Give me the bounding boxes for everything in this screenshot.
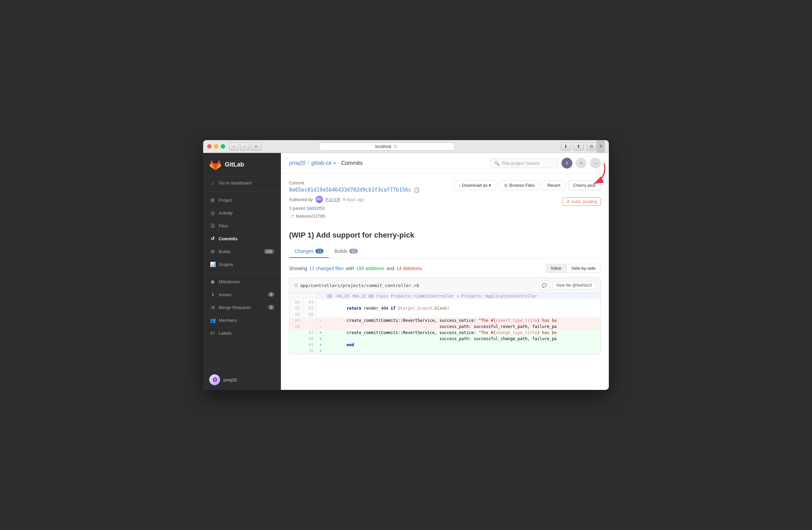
revert-button[interactable]: Revert xyxy=(542,180,565,190)
side-by-side-view-button[interactable]: Side-by-side xyxy=(566,264,601,273)
diff-marker xyxy=(316,311,324,318)
diff-line-num-new: ... xyxy=(303,293,316,299)
sidebar-item-commits[interactable]: ↺ Commits xyxy=(203,232,281,245)
tab-builds[interactable]: Builds 15 xyxy=(329,245,363,258)
url-text: localhost xyxy=(375,144,391,149)
breadcrumb-separator-1: / xyxy=(308,160,309,166)
diff-line-num-old xyxy=(289,348,303,354)
diff-marker xyxy=(316,299,324,305)
table-row: 65 65 return render_404 if @target_branc… xyxy=(289,305,600,311)
search-box[interactable]: 🔍 This project Search xyxy=(491,159,558,168)
share-icon-button[interactable]: ⬆ xyxy=(574,142,584,151)
table-row: 69 + end xyxy=(289,342,600,348)
forward-button[interactable]: › xyxy=(240,142,249,151)
diff-stats-changed[interactable]: 11 changed files xyxy=(309,266,344,271)
notification-button[interactable]: 0 xyxy=(562,158,572,169)
tab-button[interactable]: ⊡ xyxy=(251,142,262,151)
diff-table: ... ... @@ -64,23 +64,32 @@ class Projec… xyxy=(289,293,600,354)
commits-icon: ↺ xyxy=(210,236,215,241)
download-icon-button[interactable]: ⬇ xyxy=(561,142,571,151)
inline-view-button[interactable]: Inline xyxy=(546,264,566,273)
copy-hash-icon[interactable]: 📋 xyxy=(414,187,420,193)
add-comment-button[interactable]: 💬 xyxy=(539,281,549,290)
commit-time: 9 days ago xyxy=(343,197,364,202)
tab-changes[interactable]: Changes 11 xyxy=(289,245,329,258)
nav-buttons: ‹ › ⊡ xyxy=(229,142,262,151)
file-diff-header: ☰ app/controllers/projects/commit_contro… xyxy=(289,278,600,293)
diff-code: create_commit(Commits::RevertService, su… xyxy=(324,318,600,323)
sidebar-item-label-issues: Issues xyxy=(219,292,232,297)
diff-line-num-old xyxy=(289,342,303,348)
sidebar-divider-1 xyxy=(203,191,281,192)
user-avatar-pattern: ✿ xyxy=(212,376,217,383)
commit-actions-container: ↓ Download as ▾ ⊙ Browse Files Revert Ch… xyxy=(454,180,601,194)
tab-builds-label: Builds xyxy=(334,248,347,254)
sidebar-logo: GitLab xyxy=(203,153,281,176)
diff-marker xyxy=(316,305,324,311)
commit-title: (WIP 1) Add support for cherry-pick xyxy=(289,231,601,240)
dashboard-icon: ⌂ xyxy=(210,180,215,185)
breadcrumb-dropdown-icon[interactable]: ▾ xyxy=(334,161,336,166)
sidebar-item-labels[interactable]: 🏷 Labels xyxy=(203,326,281,339)
add-button[interactable]: + xyxy=(576,158,586,169)
sidebar-item-issues[interactable]: ℹ Issues 0 xyxy=(203,288,281,301)
sidebar-item-files[interactable]: ☰ Files xyxy=(203,219,281,232)
window-icon-button[interactable]: ⧉ xyxy=(586,142,597,151)
diff-stats-deletions: 14 deletions xyxy=(396,266,422,271)
tab-changes-label: Changes xyxy=(294,248,314,254)
browse-files-label: Browse Files xyxy=(509,183,535,188)
sidebar-item-label-activity: Activity xyxy=(219,210,233,215)
sidebar-item-builds[interactable]: ⚙ Builds 132 xyxy=(203,245,281,258)
new-tab-button[interactable]: + xyxy=(597,140,605,153)
diff-view-buttons: Inline Side-by-side xyxy=(546,264,601,273)
commit-hash-link[interactable]: 8e65ec01d19a5b46433d702d9cb1f3caf77b156c xyxy=(289,187,411,193)
breadcrumb-repo-link[interactable]: gitlab-ce xyxy=(311,160,331,166)
file-diff: ☰ app/controllers/projects/commit_contro… xyxy=(289,278,601,354)
sidebar-item-activity[interactable]: ◎ Activity xyxy=(203,207,281,219)
tab-changes-badge: 11 xyxy=(315,249,323,253)
breadcrumb-separator-2: · xyxy=(338,160,339,166)
diff-line-num-old: 64 xyxy=(289,299,303,305)
sidebar-item-milestones[interactable]: ◉ Milestones xyxy=(203,275,281,288)
file-path: ☰ app/controllers/projects/commit_contro… xyxy=(294,283,419,288)
sidebar-item-label-labels: Labels xyxy=(219,331,232,336)
diff-code: return render_404 if @target_branch.blan… xyxy=(324,305,600,311)
files-icon: ☰ xyxy=(210,223,215,228)
table-row: 70 + xyxy=(289,348,600,354)
minimize-button[interactable] xyxy=(214,144,218,149)
graphs-icon: 📊 xyxy=(210,262,215,267)
builds-badge: 132 xyxy=(264,249,274,254)
diff-line-num-new: 68 xyxy=(303,336,316,342)
address-bar[interactable]: localhost ↻ xyxy=(319,142,454,151)
view-file-button[interactable]: View file @8e65ec0 xyxy=(552,281,596,289)
refresh-icon: ↻ xyxy=(394,144,398,149)
sidebar-item-members[interactable]: 👥 Members xyxy=(203,314,281,326)
activity-icon: ◎ xyxy=(210,210,215,215)
sidebar-item-graphs[interactable]: 📊 Graphs xyxy=(203,258,281,271)
browser-window: ‹ › ⊡ localhost ↻ ⬇ ⬆ ⧉ + xyxy=(203,140,609,390)
browse-files-button[interactable]: ⊙ Browse Files xyxy=(499,180,539,190)
sign-out-button[interactable]: → xyxy=(590,158,601,169)
sidebar: GitLab ⌂ Go to dashboard ⊞ Project ◎ Act… xyxy=(203,153,281,390)
back-button[interactable]: ‹ xyxy=(229,142,239,151)
cherry-pick-button[interactable]: Cherry-pick xyxy=(568,180,601,190)
breadcrumb-owner-link[interactable]: pmq20 xyxy=(289,160,306,166)
user-avatar: ✿ xyxy=(209,374,220,385)
sidebar-item-merge-requests[interactable]: ⇉ Merge Requests 0 xyxy=(203,301,281,314)
commit-hash-row: 8e65ec01d19a5b46433d702d9cb1f3caf77b156c… xyxy=(289,187,420,193)
author-name-link[interactable]: P.S.V.R xyxy=(325,197,340,202)
maximize-button[interactable] xyxy=(221,144,225,149)
builds-icon: ⚙ xyxy=(210,249,215,254)
parent-hash-link[interactable]: 3dd91f55 xyxy=(306,206,324,211)
diff-line-num-old xyxy=(289,330,303,336)
file-icon: ☰ xyxy=(294,283,298,288)
diff-line-num-new: 64 xyxy=(303,299,316,305)
close-button[interactable] xyxy=(207,144,212,149)
diff-marker xyxy=(316,293,324,299)
sidebar-item-project[interactable]: ⊞ Project xyxy=(203,194,281,207)
diff-code xyxy=(324,299,600,305)
sidebar-item-dashboard[interactable]: ⌂ Go to dashboard xyxy=(203,176,281,189)
download-as-button[interactable]: ↓ Download as ▾ xyxy=(454,180,496,190)
diff-marker: - xyxy=(316,318,324,323)
sidebar-user[interactable]: ✿ pmq20 xyxy=(203,369,281,390)
